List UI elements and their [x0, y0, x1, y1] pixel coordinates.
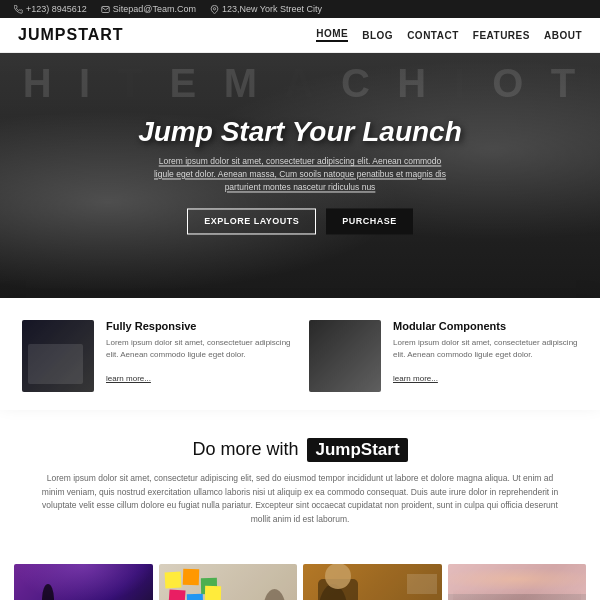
email-icon: [101, 5, 110, 14]
features-section: Fully Responsive Lorem ipsum dolor sit a…: [0, 298, 600, 410]
hero-buttons: EXPLORE LAYOUTS PURCHASE: [60, 208, 540, 234]
location-icon: [210, 5, 219, 14]
feature-title-2: Modular Components: [393, 320, 578, 332]
logo: JUMPSTART: [18, 26, 124, 44]
email-info: Sitepad@Team.Com: [101, 4, 196, 14]
header: JUMPSTART HOME BLOG CONTACT FEATURES ABO…: [0, 18, 600, 53]
hero-watermark: HITEMACHIOT: [0, 61, 600, 106]
nav-home[interactable]: HOME: [316, 28, 348, 42]
do-more-title: Do more with JumpStart: [22, 438, 578, 462]
feature-image-2: [309, 320, 381, 392]
brand-badge: JumpStart: [307, 438, 407, 462]
feature-link-1[interactable]: learn more...: [106, 374, 151, 383]
main-nav: HOME BLOG CONTACT FEATURES ABOUT: [316, 28, 582, 42]
bottom-image-3: [303, 564, 442, 600]
nav-about[interactable]: ABOUT: [544, 30, 582, 41]
feature-link-2[interactable]: learn more...: [393, 374, 438, 383]
top-bar: +123) 8945612 Sitepad@Team.Com 123,New Y…: [0, 0, 600, 18]
hero-section: HITEMACHIOT Jump Start Your Launch Lorem…: [0, 53, 600, 298]
hero-title: Jump Start Your Launch: [60, 117, 540, 148]
nav-features[interactable]: FEATURES: [473, 30, 530, 41]
purchase-button[interactable]: PURCHASE: [326, 208, 413, 234]
address-info: 123,New York Street City: [210, 4, 322, 14]
feature-content-1: Fully Responsive Lorem ipsum dolor sit a…: [106, 320, 291, 392]
do-more-section: Do more with JumpStart Lorem ipsum dolor…: [0, 410, 600, 564]
hero-description: Lorem ipsum dolor sit amet, consectetuer…: [150, 156, 450, 194]
phone-info: +123) 8945612: [14, 4, 87, 14]
explore-layouts-button[interactable]: EXPLORE LAYOUTS: [187, 208, 316, 234]
feature-title-1: Fully Responsive: [106, 320, 291, 332]
phone-icon: [14, 5, 23, 14]
do-more-description: Lorem ipsum dolor sit amet, consectetur …: [40, 472, 560, 526]
hero-content: Jump Start Your Launch Lorem ipsum dolor…: [0, 117, 600, 234]
nav-blog[interactable]: BLOG: [362, 30, 393, 41]
feature-image-1: [22, 320, 94, 392]
bottom-image-1: #PRODUCT Monstra 22, 2019 | 12:00PM: [14, 564, 153, 600]
feature-card-2: Modular Components Lorem ipsum dolor sit…: [309, 320, 578, 392]
bottom-images: #PRODUCT Monstra 22, 2019 | 12:00PM: [0, 564, 600, 600]
bottom-image-4: [448, 564, 587, 600]
nav-contact[interactable]: CONTACT: [407, 30, 459, 41]
svg-point-0: [213, 7, 215, 9]
feature-desc-1: Lorem ipsum dolor sit amet, consectetuer…: [106, 337, 291, 361]
bottom-image-2: [159, 564, 298, 600]
feature-desc-2: Lorem ipsum dolor sit amet, consectetuer…: [393, 337, 578, 361]
feature-card-1: Fully Responsive Lorem ipsum dolor sit a…: [22, 320, 291, 392]
feature-content-2: Modular Components Lorem ipsum dolor sit…: [393, 320, 578, 392]
